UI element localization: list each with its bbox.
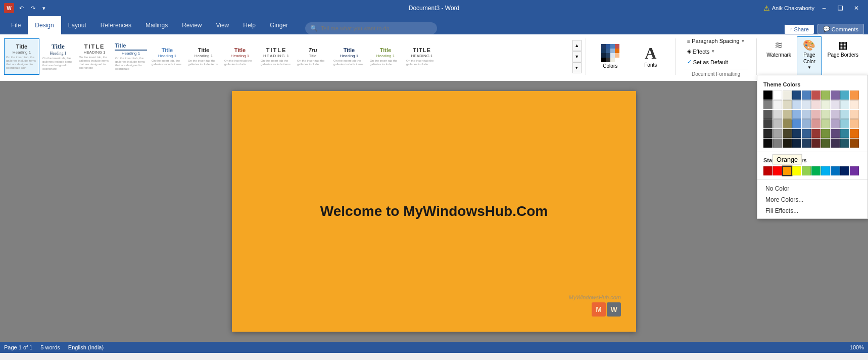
theme-color-swatch[interactable] xyxy=(763,119,773,128)
standard-color-swatch[interactable]: Orange xyxy=(782,166,793,176)
theme-color-swatch[interactable] xyxy=(783,119,792,128)
gallery-scroll-up[interactable]: ▲ xyxy=(572,40,582,51)
theme-color-swatch[interactable] xyxy=(831,100,840,109)
tab-design[interactable]: Design xyxy=(28,16,61,34)
quick-access-customize[interactable]: ▾ xyxy=(40,5,47,12)
theme-color-swatch[interactable] xyxy=(773,139,782,148)
comments-button[interactable]: 💬 Comments xyxy=(817,24,864,34)
theme-color-swatch[interactable] xyxy=(773,100,782,109)
theme-color-swatch[interactable] xyxy=(821,139,830,148)
standard-color-swatch[interactable] xyxy=(821,166,830,175)
theme-color-swatch[interactable] xyxy=(802,100,811,109)
theme-color-swatch[interactable] xyxy=(783,91,792,100)
theme-color-swatch[interactable] xyxy=(811,119,821,128)
theme-color-swatch[interactable] xyxy=(792,91,801,100)
no-color-item[interactable]: No Color xyxy=(757,183,867,194)
fill-effects-item[interactable]: Fill Effects... xyxy=(757,205,867,216)
standard-color-swatch[interactable] xyxy=(792,166,801,175)
theme-color-swatch[interactable] xyxy=(763,100,773,109)
theme-color-swatch[interactable] xyxy=(850,119,859,128)
style-item-default[interactable]: Title Heading 1 On the insert tab, the g… xyxy=(4,38,39,75)
theme-color-swatch[interactable] xyxy=(850,91,859,100)
tab-file[interactable]: File xyxy=(4,16,28,34)
theme-color-swatch[interactable] xyxy=(792,129,801,138)
tab-help[interactable]: Help xyxy=(236,16,263,34)
tab-mailings[interactable]: Mailings xyxy=(138,16,175,34)
theme-color-swatch[interactable] xyxy=(802,129,811,138)
standard-color-swatch[interactable] xyxy=(850,166,859,175)
theme-color-swatch[interactable] xyxy=(840,100,849,109)
user-name[interactable]: Anik Chakraborty xyxy=(772,5,814,11)
theme-color-swatch[interactable] xyxy=(850,100,859,109)
page-borders-button[interactable]: ▦ Page Borders xyxy=(824,36,862,77)
theme-color-swatch[interactable] xyxy=(811,129,821,138)
theme-color-swatch[interactable] xyxy=(850,129,859,138)
theme-color-swatch[interactable] xyxy=(840,110,849,119)
tab-references[interactable]: References xyxy=(93,16,138,34)
style-item-1[interactable]: Title Heading 1 On the insert tab, the g… xyxy=(40,38,76,75)
standard-color-swatch[interactable] xyxy=(840,166,849,175)
style-item-11[interactable]: TITLE HEADING 1 On the insert tab the ga… xyxy=(404,38,440,75)
theme-color-swatch[interactable] xyxy=(840,91,849,100)
theme-color-swatch[interactable] xyxy=(831,119,840,128)
tab-review[interactable]: Review xyxy=(175,16,209,34)
theme-color-swatch[interactable] xyxy=(821,110,830,119)
theme-color-swatch[interactable] xyxy=(783,139,792,148)
theme-color-swatch[interactable] xyxy=(773,110,782,119)
fonts-button[interactable]: A Fonts xyxy=(635,42,667,71)
colors-button[interactable]: Colors xyxy=(594,41,626,72)
theme-color-swatch[interactable] xyxy=(763,91,773,100)
style-item-5[interactable]: Title Heading 1 On the insert tab the ga… xyxy=(186,38,221,75)
theme-color-swatch[interactable] xyxy=(831,129,840,138)
theme-color-swatch[interactable] xyxy=(811,91,821,100)
theme-color-swatch[interactable] xyxy=(783,110,792,119)
theme-color-swatch[interactable] xyxy=(802,139,811,148)
theme-color-swatch[interactable] xyxy=(802,91,811,100)
tab-view[interactable]: View xyxy=(209,16,236,34)
theme-color-swatch[interactable] xyxy=(763,129,773,138)
theme-color-swatch[interactable] xyxy=(763,139,773,148)
theme-color-swatch[interactable] xyxy=(831,91,840,100)
theme-color-swatch[interactable] xyxy=(840,139,849,148)
tab-layout[interactable]: Layout xyxy=(61,16,93,34)
document-page[interactable]: Welcome to MyWindowsHub.Com MyWindowsHub… xyxy=(232,91,636,332)
theme-color-swatch[interactable] xyxy=(792,110,801,119)
theme-color-swatch[interactable] xyxy=(821,119,830,128)
undo-btn[interactable]: ↶ xyxy=(17,5,26,12)
theme-color-swatch[interactable] xyxy=(831,110,840,119)
page-color-button[interactable]: 🎨 Page Color ▼ xyxy=(797,36,822,77)
theme-color-swatch[interactable] xyxy=(831,139,840,148)
more-colors-item[interactable]: More Colors... xyxy=(757,194,867,205)
theme-color-swatch[interactable] xyxy=(840,129,849,138)
gallery-scroll-down[interactable]: ▼ xyxy=(572,51,582,62)
theme-color-swatch[interactable] xyxy=(850,110,859,119)
theme-color-swatch[interactable] xyxy=(802,119,811,128)
theme-color-swatch[interactable] xyxy=(783,100,792,109)
theme-color-swatch[interactable] xyxy=(773,91,782,100)
standard-color-swatch[interactable] xyxy=(802,166,811,175)
gallery-scroll-more[interactable]: ▾ xyxy=(572,62,582,73)
theme-color-swatch[interactable] xyxy=(763,110,773,119)
redo-btn[interactable]: ↷ xyxy=(29,5,37,12)
theme-color-swatch[interactable] xyxy=(811,139,821,148)
theme-color-swatch[interactable] xyxy=(811,110,821,119)
theme-color-swatch[interactable] xyxy=(821,100,830,109)
standard-color-swatch[interactable] xyxy=(763,166,773,175)
theme-color-swatch[interactable] xyxy=(840,119,849,128)
tab-ginger[interactable]: Ginger xyxy=(263,16,295,34)
theme-color-swatch[interactable] xyxy=(821,129,830,138)
standard-color-swatch[interactable] xyxy=(811,166,821,175)
set-as-default-button[interactable]: ✓ Set as Default xyxy=(684,57,749,67)
style-item-9[interactable]: Title Heading 1 On the insert tab the ga… xyxy=(331,38,367,75)
theme-color-swatch[interactable] xyxy=(811,100,821,109)
theme-color-swatch[interactable] xyxy=(773,129,782,138)
restore-btn[interactable]: ❑ xyxy=(833,3,848,13)
style-item-7[interactable]: TITLE HEADING 1 On the insert tab the ga… xyxy=(259,38,294,75)
effects-button[interactable]: ◈ Effects ▼ xyxy=(684,47,749,56)
standard-color-swatch[interactable] xyxy=(773,166,782,175)
theme-color-swatch[interactable] xyxy=(792,119,801,128)
theme-color-swatch[interactable] xyxy=(783,129,792,138)
theme-color-swatch[interactable] xyxy=(821,91,830,100)
theme-color-swatch[interactable] xyxy=(802,110,811,119)
theme-color-swatch[interactable] xyxy=(792,139,801,148)
